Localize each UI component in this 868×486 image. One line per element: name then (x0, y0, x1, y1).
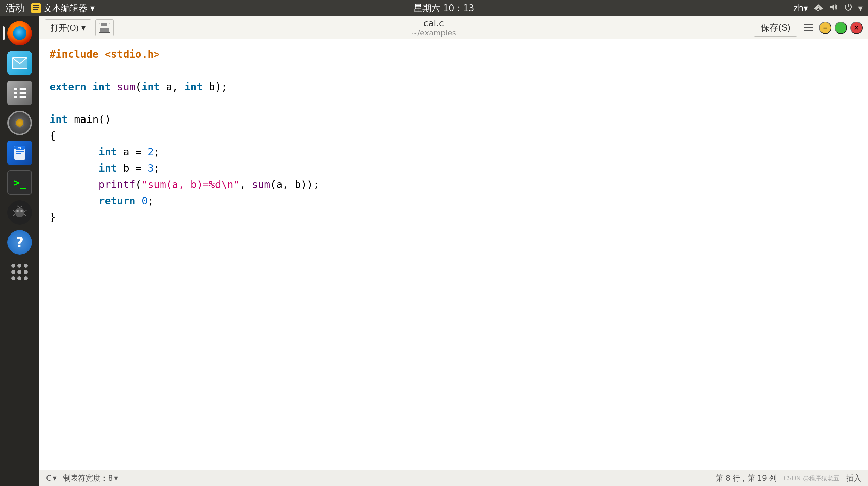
dock-item-files[interactable] (6, 79, 33, 107)
file-path: ~/examples (118, 29, 750, 37)
status-bar: C ▾ 制表符宽度：8 ▾ 第 8 行，第 19 列 CSDN @程序猿老五 插… (39, 470, 868, 486)
svg-line-27 (13, 214, 15, 216)
code-line-10: return 0 ; (50, 193, 858, 209)
code-int-keyword-3: int (184, 79, 203, 95)
code-sum-function: sum (117, 79, 135, 95)
code-line-11: } (50, 209, 858, 225)
menu-line-1 (804, 24, 813, 25)
svg-rect-11 (17, 96, 20, 98)
code-line-8: int b = 3 ; (50, 160, 858, 176)
file-name: cal.c (118, 18, 750, 29)
code-sum-call: sum (252, 176, 270, 193)
dock-item-terminal[interactable]: >_ (6, 169, 33, 196)
bug-icon (7, 200, 32, 225)
window-controls: – □ ✕ (819, 22, 863, 34)
minimize-button[interactable]: – (819, 22, 831, 34)
firefox-icon (7, 21, 32, 45)
clock-display: 星期六 10：13 (414, 2, 474, 14)
apps-grid-icon (11, 264, 28, 281)
dock-item-firefox[interactable] (6, 20, 33, 47)
system-arrow[interactable]: ▾ (858, 3, 863, 13)
svg-line-28 (24, 210, 26, 212)
app-dropdown-arrow[interactable]: ▾ (90, 3, 95, 13)
dock: W >_ (0, 16, 39, 486)
svg-line-23 (17, 206, 20, 208)
svg-rect-10 (17, 92, 20, 94)
code-editor[interactable]: #include <stdio.h> extern int sum ( int … (39, 39, 868, 470)
svg-rect-32 (101, 23, 107, 26)
code-line-1: #include <stdio.h> (50, 46, 858, 62)
svg-line-25 (13, 210, 15, 212)
code-preprocessor: #include <stdio.h> (50, 46, 160, 62)
menu-line-3 (804, 30, 813, 31)
editor-toolbar: 打开(O) ▾ cal.c ~/examples 保存(S) (39, 16, 868, 39)
save-icon (98, 22, 111, 33)
code-line-6: { (50, 128, 858, 144)
dock-item-apps[interactable] (6, 259, 33, 286)
app-name: 文本编辑器 (43, 2, 88, 14)
language-selector[interactable]: C ▾ (46, 474, 56, 482)
tab-width-arrow: ▾ (114, 474, 118, 482)
dock-item-help[interactable]: ? (6, 229, 33, 256)
code-num-2: 2 (148, 144, 154, 160)
code-num-3: 3 (148, 160, 154, 176)
menu-line-2 (804, 27, 813, 28)
dock-item-bug[interactable] (6, 199, 33, 226)
svg-rect-2 (33, 9, 38, 10)
cursor-position: 第 8 行，第 19 列 (716, 473, 777, 483)
save-button[interactable]: 保存(S) (754, 19, 797, 37)
app-menu[interactable]: 文本编辑器 ▾ (31, 2, 95, 14)
open-button[interactable]: 打开(O) ▾ (45, 19, 91, 36)
tab-width-selector[interactable]: 制表符宽度：8 ▾ (63, 473, 118, 483)
terminal-icon: >_ (7, 170, 32, 195)
code-int-a-keyword: int (99, 144, 117, 160)
maximize-button[interactable]: □ (835, 22, 847, 34)
svg-rect-0 (33, 5, 39, 6)
insert-mode: 插入 (846, 473, 861, 483)
main-container: W >_ (0, 16, 868, 486)
files-icon (7, 81, 32, 105)
svg-rect-9 (17, 88, 20, 90)
code-int-main-keyword: int (50, 111, 68, 128)
open-arrow: ▾ (81, 23, 86, 33)
writer-icon: W (7, 141, 32, 165)
save-file-button[interactable] (95, 19, 114, 36)
topbar: 活动 文本编辑器 ▾ 星期六 10：13 zh▾ (0, 0, 868, 16)
code-int-b-keyword: int (99, 160, 117, 176)
watermark: CSDN @程序猿老五 (784, 474, 839, 482)
code-line-2 (50, 62, 858, 79)
help-icon: ? (7, 230, 32, 255)
dock-item-speaker[interactable] (6, 109, 33, 136)
speaker-icon (7, 111, 32, 135)
svg-point-22 (21, 210, 22, 212)
svg-point-18 (15, 208, 24, 217)
lang-indicator[interactable]: zh▾ (793, 3, 808, 13)
code-string-1: "sum(a, b)=%d\n" (141, 176, 240, 193)
code-line-5: int main() (50, 111, 858, 128)
code-line-9: printf ( "sum(a, b)=%d\n" , sum (a, b)); (50, 176, 858, 193)
close-button[interactable]: ✕ (850, 22, 863, 34)
power-icon[interactable] (844, 3, 853, 14)
svg-rect-3 (817, 10, 819, 11)
dock-item-writer[interactable]: W (6, 139, 33, 166)
network-icon[interactable] (813, 3, 824, 13)
svg-point-21 (17, 210, 18, 212)
activity-label[interactable]: 活动 (5, 2, 24, 15)
editor-window: 打开(O) ▾ cal.c ~/examples 保存(S) (39, 16, 868, 486)
volume-icon[interactable] (829, 3, 838, 13)
svg-line-30 (24, 214, 26, 216)
svg-rect-33 (100, 28, 109, 32)
app-icon (31, 3, 41, 13)
dock-item-email[interactable] (6, 50, 33, 77)
menu-button[interactable] (801, 21, 815, 35)
svg-marker-4 (830, 4, 834, 10)
tab-width-label: 制表符宽度：8 (63, 473, 113, 483)
language-arrow: ▾ (53, 474, 56, 482)
file-title-area: cal.c ~/examples (118, 18, 750, 37)
code-int-keyword-1: int (92, 79, 111, 95)
code-extern-keyword: extern (50, 79, 86, 95)
code-line-3: extern int sum ( int a, int b); (50, 79, 858, 95)
language-label: C (46, 474, 51, 482)
svg-rect-1 (33, 7, 39, 8)
code-line-4 (50, 95, 858, 111)
